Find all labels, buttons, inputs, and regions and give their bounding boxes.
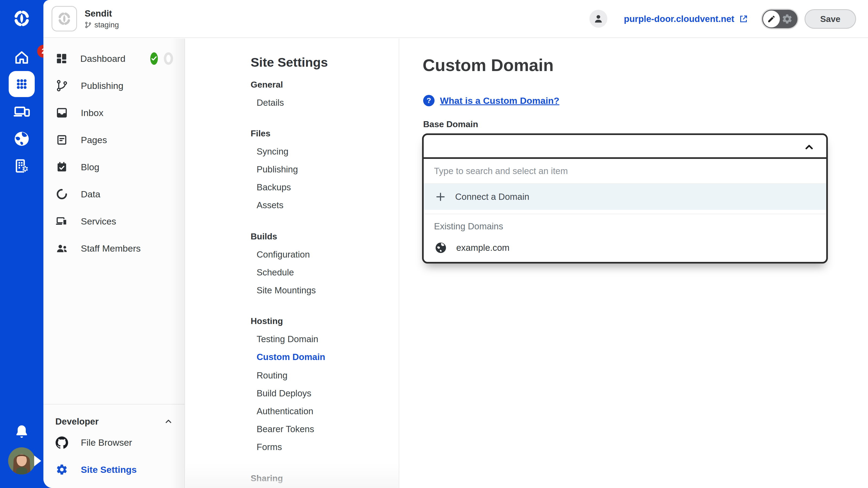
dashboard-status-pending[interactable] bbox=[164, 52, 173, 65]
domain-option-example[interactable]: example.com bbox=[424, 236, 826, 262]
settings-nav: Site Settings General Details Files Sync… bbox=[186, 38, 399, 488]
triangle-right-icon bbox=[34, 455, 41, 466]
sidebar-item-label: Dashboard bbox=[80, 54, 125, 64]
existing-domains-group-label: Existing Domains bbox=[424, 216, 826, 236]
rail-notifications-button[interactable] bbox=[0, 422, 43, 442]
settings-section-general: General bbox=[251, 80, 283, 90]
settings-item-publishing[interactable]: Publishing bbox=[257, 164, 298, 174]
account-menu-button[interactable] bbox=[589, 10, 607, 28]
devices-icon bbox=[55, 215, 68, 227]
rail-globe-button[interactable] bbox=[0, 128, 43, 150]
settings-section-files: Files bbox=[251, 129, 271, 138]
home-icon bbox=[13, 49, 30, 66]
cloudcannon-logo-icon bbox=[12, 9, 31, 28]
settings-item-bearer-tokens[interactable]: Bearer Tokens bbox=[257, 424, 314, 434]
calendar-check-icon bbox=[55, 161, 68, 173]
check-icon bbox=[150, 55, 158, 62]
organization-settings-icon bbox=[13, 158, 30, 174]
settings-section-sharing: Sharing bbox=[251, 474, 283, 483]
base-domain-label: Base Domain bbox=[423, 119, 478, 129]
settings-item-backups[interactable]: Backups bbox=[257, 182, 291, 193]
site-sidebar: Dashboard Publishing bbox=[43, 38, 185, 488]
person-icon bbox=[593, 13, 604, 24]
main-content: Custom Domain What is a Custom Domain? B… bbox=[400, 38, 868, 488]
sidebar-item-label: Inbox bbox=[81, 108, 103, 118]
sidebar-item-label: Blog bbox=[81, 162, 99, 172]
sidebar-item-site-settings[interactable]: Site Settings bbox=[55, 456, 137, 483]
user-avatar bbox=[8, 447, 35, 475]
gear-icon bbox=[55, 463, 68, 476]
top-bar: Sendit staging purple-door.cloudvent.net bbox=[43, 0, 868, 38]
rail-home-button[interactable]: 2 bbox=[0, 46, 43, 68]
rail-organization-button[interactable] bbox=[0, 155, 43, 177]
settings-section-builds: Builds bbox=[251, 231, 277, 241]
branch-icon bbox=[85, 22, 92, 29]
settings-item-routing[interactable]: Routing bbox=[257, 370, 287, 381]
external-link-icon bbox=[739, 14, 748, 24]
sidebar-item-label: Publishing bbox=[81, 80, 123, 91]
site-url-link[interactable]: purple-door.cloudvent.net bbox=[624, 0, 748, 38]
settings-item-syncing[interactable]: Syncing bbox=[257, 147, 288, 157]
user-avatar-image bbox=[8, 447, 35, 475]
bell-icon bbox=[14, 424, 30, 440]
page-title: Custom Domain bbox=[423, 55, 554, 75]
edit-mode-button[interactable] bbox=[763, 10, 780, 27]
dropdown-search-input[interactable] bbox=[434, 166, 816, 176]
devices-icon bbox=[13, 103, 30, 120]
people-icon bbox=[55, 242, 68, 255]
help-link-text[interactable]: What is a Custom Domain? bbox=[440, 95, 559, 106]
sidebar-item-blog[interactable]: Blog bbox=[55, 154, 99, 181]
branch-icon bbox=[55, 79, 68, 92]
sidebar-expand-handle[interactable] bbox=[34, 455, 41, 466]
sidebar-item-data[interactable]: Data bbox=[55, 181, 100, 208]
sidebar-item-file-browser[interactable]: File Browser bbox=[55, 429, 132, 456]
chevron-up-icon bbox=[164, 417, 173, 426]
sidebar-item-publishing[interactable]: Publishing bbox=[55, 72, 123, 99]
environment-label: staging bbox=[94, 21, 119, 29]
help-link[interactable]: What is a Custom Domain? bbox=[423, 95, 559, 106]
settings-item-site-mountings[interactable]: Site Mountings bbox=[257, 285, 316, 295]
settings-item-authentication[interactable]: Authentication bbox=[257, 406, 313, 416]
pencil-icon bbox=[767, 14, 776, 23]
site-url-text: purple-door.cloudvent.net bbox=[624, 14, 734, 24]
base-domain-dropdown: Connect a Domain Existing Domains exampl… bbox=[422, 133, 828, 263]
gear-icon bbox=[781, 13, 793, 25]
rail-apps-button[interactable] bbox=[9, 71, 35, 97]
sidebar-item-dashboard[interactable]: Dashboard bbox=[55, 45, 173, 72]
settings-item-configuration[interactable]: Configuration bbox=[257, 250, 310, 260]
dashboard-status-complete[interactable] bbox=[150, 52, 158, 65]
settings-item-build-deploys[interactable]: Build Deploys bbox=[257, 388, 311, 398]
settings-item-assets[interactable]: Assets bbox=[257, 200, 283, 210]
connect-domain-option[interactable]: Connect a Domain bbox=[424, 184, 826, 210]
site-switcher[interactable]: Sendit staging bbox=[52, 6, 119, 31]
settings-item-details[interactable]: Details bbox=[257, 98, 284, 108]
sidebar-item-staff-members[interactable]: Staff Members bbox=[55, 235, 141, 262]
settings-item-testing-domain[interactable]: Testing Domain bbox=[257, 334, 318, 344]
dropdown-divider bbox=[424, 210, 826, 214]
sidebar-item-label: File Browser bbox=[81, 437, 132, 448]
connect-domain-label: Connect a Domain bbox=[455, 192, 529, 202]
inbox-icon bbox=[55, 106, 68, 119]
edit-settings-mode-toggle[interactable] bbox=[761, 9, 799, 29]
sidebar-item-services[interactable]: Services bbox=[55, 208, 116, 235]
chevron-up-icon bbox=[803, 141, 815, 154]
dropdown-search-row bbox=[424, 159, 826, 184]
settings-item-forms[interactable]: Forms bbox=[257, 442, 282, 452]
save-button[interactable]: Save bbox=[805, 9, 856, 29]
rail-devices-button[interactable] bbox=[0, 101, 43, 123]
apps-grid-icon bbox=[13, 76, 30, 92]
settings-item-schedule[interactable]: Schedule bbox=[257, 267, 294, 278]
cloudcannon-logo[interactable] bbox=[0, 8, 43, 29]
plus-icon bbox=[435, 191, 446, 202]
sidebar-item-pages[interactable]: Pages bbox=[55, 126, 107, 154]
globe-icon bbox=[13, 130, 30, 147]
sidebar-item-inbox[interactable]: Inbox bbox=[55, 99, 103, 126]
pages-icon bbox=[55, 134, 68, 146]
question-circle-icon bbox=[423, 95, 435, 106]
sidebar-item-label: Services bbox=[81, 216, 116, 227]
dropdown-control[interactable] bbox=[424, 135, 826, 159]
settings-nav-fade bbox=[186, 464, 399, 488]
github-icon bbox=[55, 436, 68, 449]
settings-item-custom-domain[interactable]: Custom Domain bbox=[257, 352, 325, 362]
settings-mode-button[interactable] bbox=[781, 13, 793, 25]
